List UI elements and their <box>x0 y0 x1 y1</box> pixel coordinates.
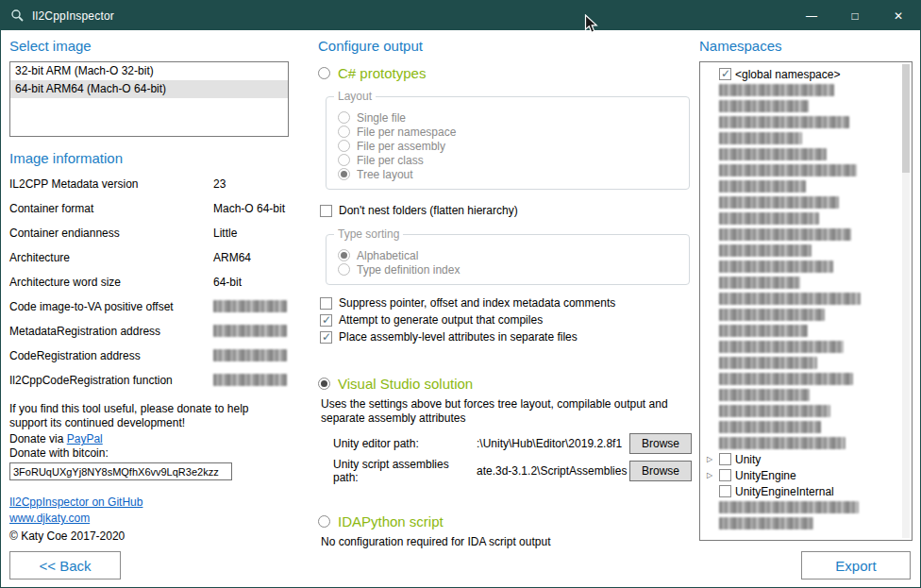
layout-options: Single fileFile per namespaceFile per as… <box>336 110 679 181</box>
masked-namespace <box>719 260 833 273</box>
masked-namespace <box>719 84 834 96</box>
idapython-script-radio[interactable]: IDAPython script <box>318 513 692 529</box>
namespace-item <box>702 291 910 307</box>
info-label: MetadataRegistration address <box>9 325 213 338</box>
layout-group-label: Layout <box>334 90 376 103</box>
path-field-value[interactable]: :\Unity\Hub\Editor\2019.2.8f1 <box>477 437 629 450</box>
type-sorting-group-label: Type sorting <box>334 227 403 241</box>
paypal-link[interactable]: PayPal <box>67 432 103 445</box>
checkbox-label: Attempt to generate output that compiles <box>339 313 543 327</box>
back-button[interactable]: << Back <box>9 551 121 580</box>
export-button[interactable]: Export <box>801 551 911 580</box>
website-link[interactable]: www.djkaty.com <box>9 512 90 525</box>
namespace-item <box>702 146 910 162</box>
flatten-checkbox-row[interactable]: Don't nest folders (flatten hierarchy) <box>320 202 692 219</box>
csharp-prototypes-radio[interactable]: C# prototypes <box>318 65 692 81</box>
main-content: Select image 32-bit ARM (Mach-O 32-bit)6… <box>1 30 920 587</box>
namespace-checkbox[interactable] <box>719 453 731 465</box>
masked-namespace <box>719 164 857 176</box>
info-label: Architecture <box>9 251 213 264</box>
masked-namespace <box>719 389 810 401</box>
radio-label: File per class <box>357 154 424 167</box>
namespace-checkbox[interactable] <box>719 485 731 497</box>
unity-path-fields: Unity editor path::\Unity\Hub\Editor\201… <box>318 433 692 481</box>
namespace-checkbox[interactable] <box>719 68 731 80</box>
namespace-item[interactable]: <global namespace> <box>702 66 910 82</box>
radio-option[interactable]: Type definition index <box>338 262 679 277</box>
donate-text: If you find this tool useful, please don… <box>9 402 281 430</box>
info-value: Mach-O 64-bit <box>213 202 285 215</box>
checkbox-icon <box>320 314 332 327</box>
visual-studio-solution-radio[interactable]: Visual Studio solution <box>318 376 692 392</box>
masked-namespace <box>719 405 830 417</box>
radio-label: Type definition index <box>357 263 460 277</box>
radio-icon <box>338 263 350 276</box>
path-field-label: Unity editor path: <box>333 437 477 450</box>
configure-output-panel: Configure output C# prototypes Layout Si… <box>318 38 692 549</box>
namespace-item <box>702 210 910 227</box>
close-button[interactable]: ✕ <box>877 1 920 30</box>
namespace-item <box>702 323 910 339</box>
namespace-item <box>702 435 910 451</box>
flatten-checkbox-label: Don't nest folders (flatten hierarchy) <box>339 204 518 217</box>
info-label: Architecture word size <box>9 276 213 289</box>
type-sorting-options: AlphabeticalType definition index <box>336 248 679 277</box>
namespaces-scrollbar[interactable] <box>902 64 910 538</box>
masked-namespace <box>719 357 817 369</box>
masked-namespace <box>719 212 819 225</box>
title-bar[interactable]: Il2CppInspector — □ ✕ <box>1 1 920 30</box>
type-sorting-groupbox: Type sorting AlphabeticalType definition… <box>326 234 690 285</box>
browse-button[interactable]: Browse <box>629 433 692 454</box>
browse-button[interactable]: Browse <box>629 461 692 481</box>
info-label: Container endianness <box>9 227 213 240</box>
radio-icon <box>338 168 350 180</box>
namespace-checkbox[interactable] <box>719 469 731 481</box>
namespace-item[interactable]: ▷Unity <box>702 451 910 467</box>
namespace-item[interactable]: UnityEngineInternal <box>702 483 910 499</box>
namespace-item <box>702 227 910 243</box>
donate-via-label: Donate via <box>9 432 67 445</box>
expander-icon[interactable]: ▷ <box>704 471 715 479</box>
radio-option[interactable]: File per class <box>338 153 679 167</box>
expander-icon[interactable]: ▷ <box>704 455 715 463</box>
namespace-item <box>702 82 910 98</box>
checkbox-row[interactable]: Suppress pointer, offset and index metad… <box>320 294 692 311</box>
info-label: Container format <box>9 202 213 215</box>
maximize-button[interactable]: □ <box>833 1 877 30</box>
select-image-heading: Select image <box>9 38 289 54</box>
radio-option[interactable]: Single file <box>338 110 679 125</box>
select-image-list[interactable]: 32-bit ARM (Mach-O 32-bit)64-bit ARM64 (… <box>9 61 289 137</box>
radio-label: Single file <box>357 111 406 125</box>
info-row: MetadataRegistration address <box>9 325 289 349</box>
radio-option[interactable]: File per namespace <box>338 125 679 139</box>
scrollbar-thumb[interactable] <box>902 64 910 173</box>
radio-icon <box>318 378 330 390</box>
masked-namespace <box>719 100 809 112</box>
image-list-item[interactable]: 32-bit ARM (Mach-O 32-bit) <box>10 62 288 80</box>
path-field-value[interactable]: ate.3d-3.1.2\ScriptAssemblies <box>477 464 629 478</box>
namespaces-list[interactable]: <global namespace>▷Unity▷UnityEngineUnit… <box>699 61 913 541</box>
masked-namespace <box>719 437 846 449</box>
masked-namespace <box>719 501 859 513</box>
namespace-item <box>702 275 910 291</box>
checkbox-row[interactable]: Attempt to generate output that compiles <box>320 311 692 328</box>
info-value: 64-bit <box>213 276 242 289</box>
radio-option[interactable]: Tree layout <box>338 167 679 181</box>
namespace-item[interactable]: ▷UnityEngine <box>702 467 910 483</box>
image-info-rows: IL2CPP Metadata version23Container forma… <box>9 177 289 398</box>
masked-namespace <box>719 373 853 385</box>
radio-icon <box>318 67 330 79</box>
masked-namespace <box>719 277 800 289</box>
minimize-button[interactable]: — <box>790 1 833 30</box>
info-value <box>213 349 287 361</box>
info-value: Little <box>213 227 237 240</box>
radio-option[interactable]: Alphabetical <box>338 248 679 262</box>
checkbox-row[interactable]: Place assembly-level attributes in separ… <box>320 328 692 345</box>
github-link[interactable]: Il2CppInspector on GitHub <box>9 496 142 509</box>
radio-option[interactable]: File per assembly <box>338 139 679 153</box>
bitcoin-address-input[interactable] <box>9 462 232 480</box>
radio-icon <box>338 154 350 166</box>
namespace-item <box>702 387 910 403</box>
image-list-item[interactable]: 64-bit ARM64 (Mach-O 64-bit) <box>10 80 288 98</box>
radio-icon <box>338 249 350 261</box>
